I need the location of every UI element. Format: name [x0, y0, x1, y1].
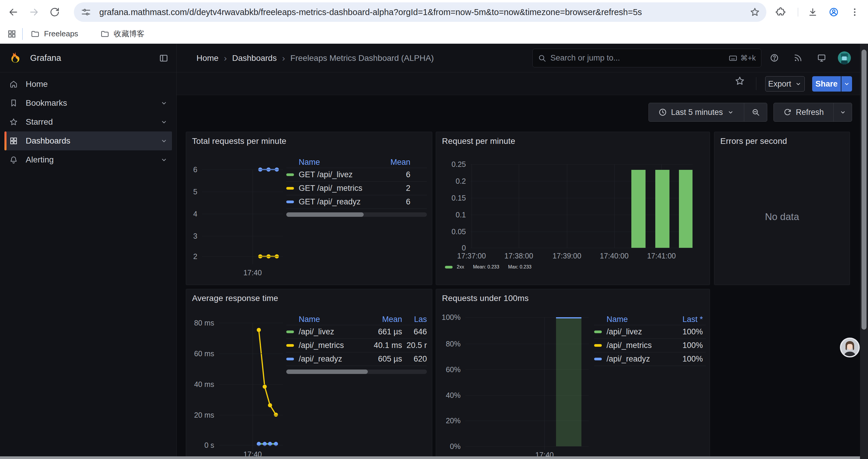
y-tick-label: 100%	[436, 313, 461, 322]
legend-header-value[interactable]: Las	[402, 315, 427, 324]
panel-title[interactable]: Total requests per minute	[192, 136, 286, 146]
zoom-out-button[interactable]	[744, 103, 767, 121]
panel-title[interactable]: Errors per second	[720, 136, 787, 146]
bookmark-label: 收藏博客	[114, 29, 145, 39]
legend-header-name[interactable]: Name	[286, 158, 377, 167]
legend-scrollbar-thumb[interactable]	[286, 212, 364, 217]
search-input[interactable]: Search or jump to... ⌘+k	[532, 49, 761, 67]
legend-value: 100%	[670, 355, 706, 364]
breadcrumb-dashboards[interactable]: Dashboards	[232, 54, 277, 63]
chevron-down-icon	[727, 109, 734, 116]
legend-row[interactable]: GET /api/_readyz6	[286, 195, 427, 209]
horizontal-scrollbar[interactable]	[0, 456, 860, 459]
refresh-interval-dropdown[interactable]	[833, 103, 852, 121]
share-dropdown-button[interactable]	[841, 76, 852, 92]
sidebar-item-bookmarks[interactable]: Bookmarks	[4, 94, 172, 112]
legend-header-value[interactable]: Last *	[670, 315, 706, 324]
star-icon	[9, 118, 18, 126]
legend-scrollbar-thumb[interactable]	[286, 369, 368, 374]
browser-toolbar: grafana.mathmast.com/d/deytv4rwavabkb/fr…	[0, 0, 868, 24]
active-indicator	[4, 131, 6, 150]
sidebar-item-starred[interactable]: Starred	[4, 112, 172, 131]
share-button[interactable]: Share	[812, 76, 841, 92]
sidebar-item-home[interactable]: Home	[4, 75, 172, 94]
series-color-dash	[286, 330, 294, 333]
chevron-down-icon	[839, 109, 846, 116]
sidebar-item-alerting[interactable]: Alerting	[4, 150, 172, 169]
breadcrumb-home[interactable]: Home	[196, 54, 219, 63]
favorite-star-icon[interactable]	[735, 76, 745, 86]
legend-row[interactable]: /api/_livez100%	[594, 325, 706, 339]
legend-header-value[interactable]: Mean	[361, 315, 402, 324]
series-color-dash	[286, 187, 294, 190]
sidebar-toggle-icon[interactable]	[159, 54, 168, 63]
legend-series-name: /api/_livez	[594, 327, 670, 336]
search-icon	[538, 54, 546, 62]
panel-title[interactable]: Requests under 100ms	[442, 294, 529, 303]
bookmark-folder-blogs[interactable]: 收藏博客	[100, 24, 145, 43]
bookmark-star-icon[interactable]	[750, 7, 760, 17]
legend-header-value[interactable]: Mean	[377, 158, 427, 167]
legend-row[interactable]: GET /api/_metrics2	[286, 182, 427, 195]
refresh-button[interactable]: Refresh	[774, 103, 833, 121]
sidebar-item-dashboards[interactable]: Dashboards	[4, 131, 172, 150]
legend-row[interactable]: GET /api/_livez6	[286, 168, 427, 182]
dashboard-toolbar: Export Share	[177, 72, 860, 95]
legend-value: 100%	[670, 327, 706, 336]
legend-item[interactable]: 2xx	[445, 264, 464, 270]
time-range-label: Last 5 minutes	[671, 108, 723, 117]
y-tick-label: 0 s	[186, 440, 214, 450]
panel-title[interactable]: Average response time	[192, 294, 278, 303]
export-button[interactable]: Export	[765, 76, 805, 92]
reload-icon[interactable]	[50, 7, 60, 17]
legend-row[interactable]: /api/_metrics40.1 ms20.5 r	[286, 339, 427, 352]
apps-grid-icon[interactable]	[7, 29, 17, 39]
grafana-logo[interactable]	[9, 52, 22, 64]
menu-kebab-icon[interactable]	[850, 7, 860, 17]
series-color-dash	[594, 344, 602, 347]
chevron-down-icon[interactable]	[160, 99, 168, 107]
bookmark-icon	[9, 99, 18, 107]
gridline-h	[202, 236, 283, 236]
site-settings-icon[interactable]	[81, 7, 91, 17]
profile-icon[interactable]	[829, 7, 839, 17]
legend-series-name: /api/_readyz	[594, 355, 670, 364]
legend-header-name[interactable]: Name	[594, 315, 670, 324]
sidebar: Home Bookmarks Starred Dashboa	[0, 72, 176, 459]
user-avatar[interactable]	[838, 52, 851, 64]
series-color-dash	[286, 201, 294, 203]
chevron-down-icon[interactable]	[160, 118, 168, 126]
legend-row[interactable]: /api/_livez661 µs646	[286, 325, 427, 339]
downloads-icon[interactable]	[808, 7, 818, 17]
brand-name: Grafana	[30, 44, 61, 72]
time-range-picker[interactable]: Last 5 minutes	[649, 103, 744, 121]
bookmark-folder-freeleaps[interactable]: Freeleaps	[31, 24, 78, 43]
news-rss-icon[interactable]	[794, 54, 802, 62]
legend-row[interactable]: /api/_metrics100%	[594, 339, 706, 352]
legend-series-name: /api/_metrics	[286, 341, 361, 350]
back-icon[interactable]	[8, 7, 18, 17]
help-icon[interactable]	[770, 54, 779, 62]
legend-series-name: /api/_metrics	[594, 341, 670, 350]
legend-header-name[interactable]: Name	[286, 315, 361, 324]
legend-row[interactable]: /api/_readyz605 µs620	[286, 352, 427, 366]
chevron-down-icon[interactable]	[160, 137, 168, 145]
bar	[679, 170, 692, 248]
monitor-icon[interactable]	[817, 54, 826, 62]
chevron-down-icon[interactable]	[160, 156, 168, 164]
gridline-h	[202, 256, 283, 257]
legend-value: 2	[377, 184, 427, 193]
gridline-v	[519, 164, 519, 248]
gridline-v	[614, 164, 615, 248]
vertical-scrollbar-thumb[interactable]	[862, 50, 867, 330]
floating-avatar-widget[interactable]	[840, 338, 860, 357]
y-tick-label: 0%	[436, 441, 461, 451]
extensions-icon[interactable]	[776, 7, 785, 17]
series-color-dash	[286, 358, 294, 360]
y-tick-label: 6	[186, 165, 197, 174]
legend-row[interactable]: /api/_readyz100%	[594, 352, 706, 366]
forward-icon[interactable]	[29, 7, 39, 17]
url-bar[interactable]: grafana.mathmast.com/d/deytv4rwavabkb/fr…	[74, 2, 766, 22]
panel-title[interactable]: Request per minute	[442, 136, 515, 146]
bell-icon	[9, 155, 18, 164]
